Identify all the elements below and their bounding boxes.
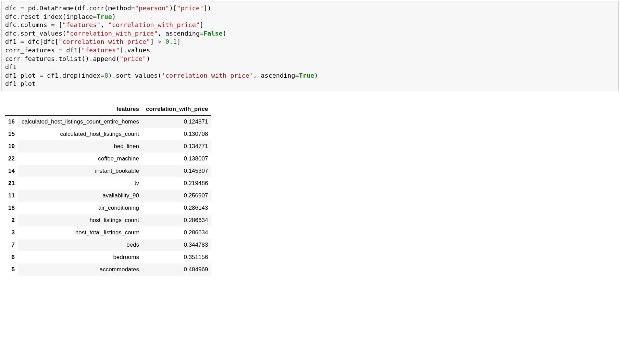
cell-features: bed_linen xyxy=(18,140,142,153)
cell-features: availability_90 xyxy=(18,190,142,202)
code-token: . xyxy=(36,4,39,12)
code-token: = xyxy=(93,13,97,20)
cell-correlation: 0.351156 xyxy=(142,251,211,263)
code-token: = xyxy=(21,4,24,12)
code-token: ] xyxy=(200,21,203,28)
cell-features: bedrooms xyxy=(18,251,142,263)
code-token: corr_features xyxy=(5,47,59,54)
code-token: "price" xyxy=(177,4,203,12)
code-token: append( xyxy=(93,55,120,62)
code-token: "correlation_with_price" xyxy=(59,38,150,45)
code-token: = xyxy=(59,47,62,54)
cell-correlation: 0.219486 xyxy=(142,177,211,190)
code-token: "correlation_with_price" xyxy=(108,21,200,28)
code-token: "price" xyxy=(120,55,146,62)
table-row: 19bed_linen0.134771 xyxy=(5,140,211,153)
row-index: 15 xyxy=(5,128,18,140)
table-row: 21tv0.219486 xyxy=(5,177,211,190)
row-index: 14 xyxy=(5,165,18,177)
code-token: ] xyxy=(177,38,181,45)
header-correlation: correlation_with_price xyxy=(142,103,211,116)
cell-correlation: 0.286143 xyxy=(142,202,211,214)
cell-correlation: 0.138007 xyxy=(142,153,211,165)
cell-features: accommodates xyxy=(18,263,142,276)
code-token: ) xyxy=(108,72,112,79)
code-token: columns xyxy=(21,21,51,28)
code-token: ) xyxy=(223,30,226,37)
code-token: . xyxy=(55,55,59,62)
code-token: 8 xyxy=(104,72,108,79)
code-cell[interactable]: dfc = pd.DataFrame(df.corr(method="pears… xyxy=(1,1,619,91)
code-token: , ascending xyxy=(158,30,200,37)
code-token: = xyxy=(39,72,43,79)
table-row: 6bedrooms0.351156 xyxy=(5,251,211,263)
row-index: 18 xyxy=(5,202,18,214)
cell-correlation: 0.286634 xyxy=(142,214,211,226)
code-token: dfc[dfc[ xyxy=(24,38,59,45)
table-row: 5accommodates0.484969 xyxy=(5,263,211,276)
code-token: dfc xyxy=(5,21,16,28)
cell-features: air_conditioning xyxy=(18,202,142,214)
code-token: ) xyxy=(146,55,150,62)
code-token xyxy=(162,38,165,45)
cell-features: host_total_listings_count xyxy=(18,226,142,239)
code-token: False xyxy=(203,30,223,37)
code-token: . xyxy=(89,55,93,62)
row-index: 3 xyxy=(5,226,18,239)
code-token: sort_values( xyxy=(116,72,162,79)
code-token: dfc xyxy=(5,4,21,12)
code-token: DataFrame(df xyxy=(39,4,85,12)
row-index: 7 xyxy=(5,239,18,251)
table-row: 14instant_bookable0.145307 xyxy=(5,165,211,177)
cell-correlation: 0.134771 xyxy=(142,140,211,153)
code-token: df1_plot xyxy=(5,80,36,87)
code-token: "features" xyxy=(62,21,100,28)
cell-correlation: 0.286634 xyxy=(142,226,211,239)
code-token: df1 xyxy=(43,72,59,79)
table-row: 11availability_900.256907 xyxy=(5,190,211,202)
cell-correlation: 0.256907 xyxy=(142,190,211,202)
code-token: 0.1 xyxy=(165,38,177,45)
cell-features: calculated_host_listings_count xyxy=(18,128,142,140)
code-token: reset_index(inplace xyxy=(21,13,93,20)
code-token: . xyxy=(85,4,89,12)
code-token: [ xyxy=(55,21,62,28)
table-header: features correlation_with_price xyxy=(5,103,211,116)
output-area: features correlation_with_price 16calcul… xyxy=(5,103,620,276)
code-token: True xyxy=(299,72,314,79)
cell-features: tv xyxy=(18,177,142,190)
code-token: dfc xyxy=(5,13,16,20)
code-token: , xyxy=(100,21,108,28)
cell-features: beds xyxy=(18,239,142,251)
code-token: ] xyxy=(150,38,158,45)
code-token: True xyxy=(97,13,112,20)
code-token: = xyxy=(51,21,55,28)
code-token: . xyxy=(123,47,127,54)
code-token: df1 xyxy=(5,63,16,70)
row-index: 21 xyxy=(5,177,18,190)
row-index: 2 xyxy=(5,214,18,226)
code-token: sort_values( xyxy=(21,30,66,37)
code-token: corr_features xyxy=(5,55,55,62)
row-index: 5 xyxy=(5,263,18,276)
table-row: 3host_total_listings_count0.286634 xyxy=(5,226,211,239)
code-token: . xyxy=(16,13,20,20)
code-token: = xyxy=(131,4,135,12)
code-token: ) xyxy=(112,13,116,20)
code-token: ) xyxy=(314,72,318,79)
cell-features: instant_bookable xyxy=(18,165,142,177)
code-token: df1_plot xyxy=(5,72,39,79)
code-token: drop(index xyxy=(62,72,100,79)
row-index: 11 xyxy=(5,190,18,202)
table-row: 18air_conditioning0.286143 xyxy=(5,202,211,214)
code-token: df1[ xyxy=(62,47,82,54)
code-token: . xyxy=(16,30,20,37)
cell-correlation: 0.145307 xyxy=(142,165,211,177)
cell-features: host_listings_count xyxy=(18,214,142,226)
code-token: df1 xyxy=(5,38,21,45)
code-token: corr(method xyxy=(89,4,131,12)
code-token: = xyxy=(200,30,203,37)
code-token: = xyxy=(100,72,104,79)
header-index-blank xyxy=(5,103,18,116)
row-index: 19 xyxy=(5,140,18,153)
